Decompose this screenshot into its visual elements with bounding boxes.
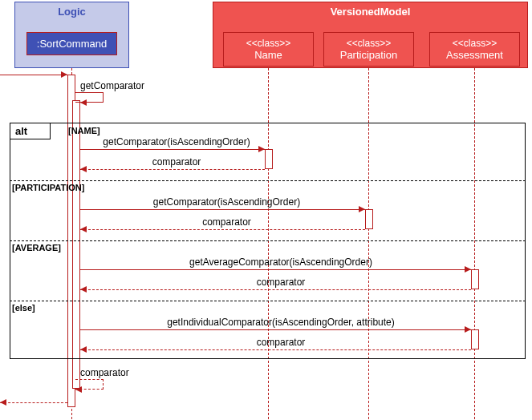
arrow-to-else <box>80 329 471 330</box>
arrow-exit <box>0 402 67 403</box>
assess-label: Assessment <box>437 49 513 61</box>
arrow-ret-avg-head <box>80 286 87 293</box>
arrow-ret-else <box>80 349 471 350</box>
msg-ret-name: comparator <box>88 156 265 168</box>
part-label: Participation <box>331 49 407 61</box>
participant-sort-label: :SortCommand <box>37 38 107 50</box>
msg-self-ret: comparator <box>80 367 129 378</box>
self-ret-head <box>75 386 82 393</box>
alt-label: alt <box>10 123 51 139</box>
participant-participation: <<class>> Participation <box>323 32 414 67</box>
arrow-to-name-head <box>258 146 265 152</box>
name-stereo: <<class>> <box>230 38 307 49</box>
guard-else: [else] <box>12 303 35 313</box>
msg-self-get: getComparator <box>80 80 144 91</box>
participant-name: <<class>> Name <box>223 32 314 67</box>
arrow-to-name <box>80 149 265 150</box>
arrow-to-else-head <box>465 326 471 333</box>
divider-3 <box>10 301 526 301</box>
arrow-entry-head <box>61 71 67 78</box>
participant-sortcommand: :SortCommand <box>26 32 117 55</box>
arrow-ret-else-head <box>80 346 87 353</box>
arrow-ret-part <box>80 229 365 230</box>
part-stereo: <<class>> <box>331 38 407 49</box>
arrow-ret-part-head <box>80 226 87 232</box>
msg-to-else: getIndividualComparator(isAscendingOrder… <box>88 317 473 328</box>
self-call-head <box>80 99 87 106</box>
participant-assessment: <<class>> Assessment <box>429 32 520 67</box>
msg-to-avg: getAverageComparator(isAscendingOrder) <box>88 256 473 268</box>
guard-average: [AVERAGE] <box>12 243 61 252</box>
divider-2 <box>10 240 526 241</box>
assess-stereo: <<class>> <box>437 38 513 49</box>
arrow-to-avg-head <box>465 266 471 273</box>
arrow-ret-avg <box>80 289 471 290</box>
activation-name <box>265 149 273 169</box>
guard-participation: [PARTICIPATION] <box>12 183 84 192</box>
arrow-ret-name <box>80 169 265 170</box>
arrow-exit-head <box>0 399 6 406</box>
name-label: Name <box>230 49 307 61</box>
guard-name: [NAME] <box>68 126 100 135</box>
msg-ret-avg: comparator <box>88 277 473 288</box>
msg-to-part: getComparator(isAscendingOrder) <box>88 196 365 208</box>
msg-ret-part: comparator <box>88 216 365 228</box>
msg-to-name: getComparator(isAscendingOrder) <box>88 136 265 147</box>
arrow-to-part <box>80 209 365 210</box>
versioned-title: VersionedModel <box>213 2 527 21</box>
logic-title: Logic <box>15 2 128 21</box>
arrow-entry <box>0 75 67 75</box>
arrow-to-part-head <box>359 206 365 212</box>
arrow-to-avg <box>80 269 471 270</box>
divider-1 <box>10 180 526 181</box>
msg-ret-else: comparator <box>88 337 473 348</box>
arrow-ret-name-head <box>80 166 87 172</box>
activation-part <box>365 209 373 229</box>
